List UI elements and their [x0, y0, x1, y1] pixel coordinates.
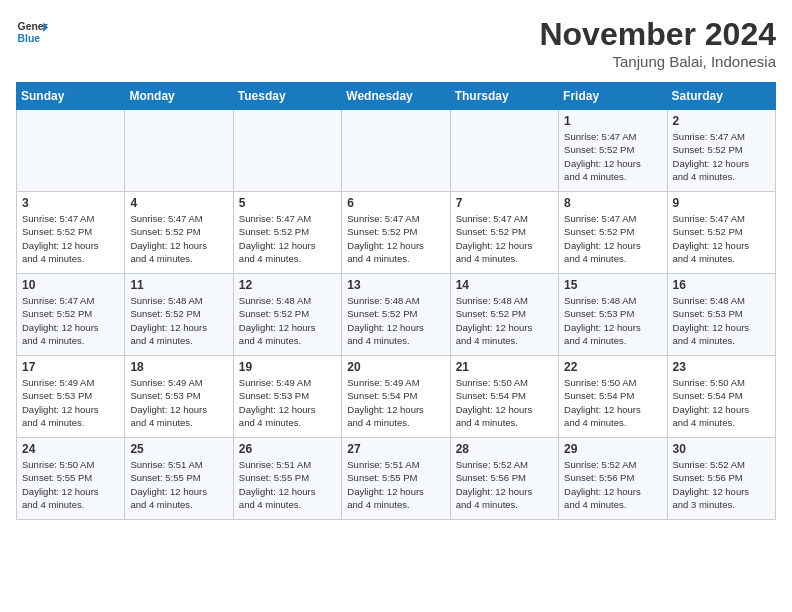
calendar-cell: 13Sunrise: 5:48 AM Sunset: 5:52 PM Dayli…: [342, 274, 450, 356]
calendar-cell: 16Sunrise: 5:48 AM Sunset: 5:53 PM Dayli…: [667, 274, 775, 356]
calendar-cell: [450, 110, 558, 192]
calendar-week-3: 10Sunrise: 5:47 AM Sunset: 5:52 PM Dayli…: [17, 274, 776, 356]
calendar-cell: [342, 110, 450, 192]
weekday-header-sunday: Sunday: [17, 83, 125, 110]
day-number: 12: [239, 278, 336, 292]
calendar-cell: 2Sunrise: 5:47 AM Sunset: 5:52 PM Daylig…: [667, 110, 775, 192]
day-info: Sunrise: 5:47 AM Sunset: 5:52 PM Dayligh…: [564, 130, 661, 183]
day-info: Sunrise: 5:48 AM Sunset: 5:52 PM Dayligh…: [347, 294, 444, 347]
calendar-cell: 1Sunrise: 5:47 AM Sunset: 5:52 PM Daylig…: [559, 110, 667, 192]
calendar-cell: 19Sunrise: 5:49 AM Sunset: 5:53 PM Dayli…: [233, 356, 341, 438]
calendar-cell: 22Sunrise: 5:50 AM Sunset: 5:54 PM Dayli…: [559, 356, 667, 438]
day-info: Sunrise: 5:52 AM Sunset: 5:56 PM Dayligh…: [673, 458, 770, 511]
day-info: Sunrise: 5:47 AM Sunset: 5:52 PM Dayligh…: [347, 212, 444, 265]
calendar-cell: 10Sunrise: 5:47 AM Sunset: 5:52 PM Dayli…: [17, 274, 125, 356]
weekday-header-monday: Monday: [125, 83, 233, 110]
day-info: Sunrise: 5:48 AM Sunset: 5:52 PM Dayligh…: [239, 294, 336, 347]
calendar-cell: 29Sunrise: 5:52 AM Sunset: 5:56 PM Dayli…: [559, 438, 667, 520]
day-info: Sunrise: 5:51 AM Sunset: 5:55 PM Dayligh…: [347, 458, 444, 511]
day-info: Sunrise: 5:47 AM Sunset: 5:52 PM Dayligh…: [22, 294, 119, 347]
day-info: Sunrise: 5:48 AM Sunset: 5:52 PM Dayligh…: [130, 294, 227, 347]
day-info: Sunrise: 5:52 AM Sunset: 5:56 PM Dayligh…: [564, 458, 661, 511]
day-number: 28: [456, 442, 553, 456]
day-number: 14: [456, 278, 553, 292]
day-info: Sunrise: 5:52 AM Sunset: 5:56 PM Dayligh…: [456, 458, 553, 511]
day-number: 8: [564, 196, 661, 210]
calendar-cell: 20Sunrise: 5:49 AM Sunset: 5:54 PM Dayli…: [342, 356, 450, 438]
day-number: 16: [673, 278, 770, 292]
day-info: Sunrise: 5:47 AM Sunset: 5:52 PM Dayligh…: [673, 130, 770, 183]
day-number: 19: [239, 360, 336, 374]
calendar-cell: 17Sunrise: 5:49 AM Sunset: 5:53 PM Dayli…: [17, 356, 125, 438]
day-number: 9: [673, 196, 770, 210]
day-info: Sunrise: 5:48 AM Sunset: 5:53 PM Dayligh…: [673, 294, 770, 347]
calendar-header: SundayMondayTuesdayWednesdayThursdayFrid…: [17, 83, 776, 110]
weekday-header-tuesday: Tuesday: [233, 83, 341, 110]
day-number: 27: [347, 442, 444, 456]
calendar-cell: 26Sunrise: 5:51 AM Sunset: 5:55 PM Dayli…: [233, 438, 341, 520]
weekday-header-thursday: Thursday: [450, 83, 558, 110]
calendar-cell: 18Sunrise: 5:49 AM Sunset: 5:53 PM Dayli…: [125, 356, 233, 438]
calendar-cell: 23Sunrise: 5:50 AM Sunset: 5:54 PM Dayli…: [667, 356, 775, 438]
calendar-cell: 5Sunrise: 5:47 AM Sunset: 5:52 PM Daylig…: [233, 192, 341, 274]
day-info: Sunrise: 5:47 AM Sunset: 5:52 PM Dayligh…: [456, 212, 553, 265]
day-info: Sunrise: 5:47 AM Sunset: 5:52 PM Dayligh…: [564, 212, 661, 265]
calendar-cell: [125, 110, 233, 192]
day-number: 26: [239, 442, 336, 456]
day-number: 10: [22, 278, 119, 292]
page-header: General Blue November 2024 Tanjung Balai…: [16, 16, 776, 70]
calendar-cell: 14Sunrise: 5:48 AM Sunset: 5:52 PM Dayli…: [450, 274, 558, 356]
day-number: 11: [130, 278, 227, 292]
day-info: Sunrise: 5:49 AM Sunset: 5:53 PM Dayligh…: [130, 376, 227, 429]
calendar-cell: 8Sunrise: 5:47 AM Sunset: 5:52 PM Daylig…: [559, 192, 667, 274]
calendar-week-4: 17Sunrise: 5:49 AM Sunset: 5:53 PM Dayli…: [17, 356, 776, 438]
day-number: 18: [130, 360, 227, 374]
calendar-cell: 28Sunrise: 5:52 AM Sunset: 5:56 PM Dayli…: [450, 438, 558, 520]
calendar-cell: 15Sunrise: 5:48 AM Sunset: 5:53 PM Dayli…: [559, 274, 667, 356]
day-info: Sunrise: 5:50 AM Sunset: 5:54 PM Dayligh…: [673, 376, 770, 429]
day-info: Sunrise: 5:51 AM Sunset: 5:55 PM Dayligh…: [130, 458, 227, 511]
day-info: Sunrise: 5:49 AM Sunset: 5:54 PM Dayligh…: [347, 376, 444, 429]
day-number: 15: [564, 278, 661, 292]
day-number: 6: [347, 196, 444, 210]
day-info: Sunrise: 5:50 AM Sunset: 5:54 PM Dayligh…: [456, 376, 553, 429]
calendar-week-1: 1Sunrise: 5:47 AM Sunset: 5:52 PM Daylig…: [17, 110, 776, 192]
day-info: Sunrise: 5:47 AM Sunset: 5:52 PM Dayligh…: [22, 212, 119, 265]
day-info: Sunrise: 5:49 AM Sunset: 5:53 PM Dayligh…: [239, 376, 336, 429]
calendar-cell: 3Sunrise: 5:47 AM Sunset: 5:52 PM Daylig…: [17, 192, 125, 274]
day-number: 2: [673, 114, 770, 128]
day-info: Sunrise: 5:51 AM Sunset: 5:55 PM Dayligh…: [239, 458, 336, 511]
day-number: 5: [239, 196, 336, 210]
day-number: 29: [564, 442, 661, 456]
day-info: Sunrise: 5:50 AM Sunset: 5:54 PM Dayligh…: [564, 376, 661, 429]
calendar-cell: 11Sunrise: 5:48 AM Sunset: 5:52 PM Dayli…: [125, 274, 233, 356]
day-number: 21: [456, 360, 553, 374]
calendar-cell: 24Sunrise: 5:50 AM Sunset: 5:55 PM Dayli…: [17, 438, 125, 520]
calendar-cell: 25Sunrise: 5:51 AM Sunset: 5:55 PM Dayli…: [125, 438, 233, 520]
day-number: 25: [130, 442, 227, 456]
logo-icon: General Blue: [16, 16, 48, 48]
calendar-cell: 30Sunrise: 5:52 AM Sunset: 5:56 PM Dayli…: [667, 438, 775, 520]
month-year-title: November 2024: [539, 16, 776, 53]
day-number: 4: [130, 196, 227, 210]
day-info: Sunrise: 5:48 AM Sunset: 5:53 PM Dayligh…: [564, 294, 661, 347]
day-info: Sunrise: 5:49 AM Sunset: 5:53 PM Dayligh…: [22, 376, 119, 429]
logo: General Blue: [16, 16, 48, 48]
weekday-header-wednesday: Wednesday: [342, 83, 450, 110]
day-number: 22: [564, 360, 661, 374]
day-number: 17: [22, 360, 119, 374]
calendar-table: SundayMondayTuesdayWednesdayThursdayFrid…: [16, 82, 776, 520]
location-subtitle: Tanjung Balai, Indonesia: [539, 53, 776, 70]
calendar-cell: 21Sunrise: 5:50 AM Sunset: 5:54 PM Dayli…: [450, 356, 558, 438]
day-info: Sunrise: 5:47 AM Sunset: 5:52 PM Dayligh…: [239, 212, 336, 265]
day-number: 1: [564, 114, 661, 128]
day-number: 24: [22, 442, 119, 456]
day-info: Sunrise: 5:50 AM Sunset: 5:55 PM Dayligh…: [22, 458, 119, 511]
calendar-cell: 6Sunrise: 5:47 AM Sunset: 5:52 PM Daylig…: [342, 192, 450, 274]
calendar-cell: 9Sunrise: 5:47 AM Sunset: 5:52 PM Daylig…: [667, 192, 775, 274]
calendar-week-2: 3Sunrise: 5:47 AM Sunset: 5:52 PM Daylig…: [17, 192, 776, 274]
calendar-cell: [17, 110, 125, 192]
weekday-header-saturday: Saturday: [667, 83, 775, 110]
day-info: Sunrise: 5:47 AM Sunset: 5:52 PM Dayligh…: [673, 212, 770, 265]
calendar-cell: 12Sunrise: 5:48 AM Sunset: 5:52 PM Dayli…: [233, 274, 341, 356]
